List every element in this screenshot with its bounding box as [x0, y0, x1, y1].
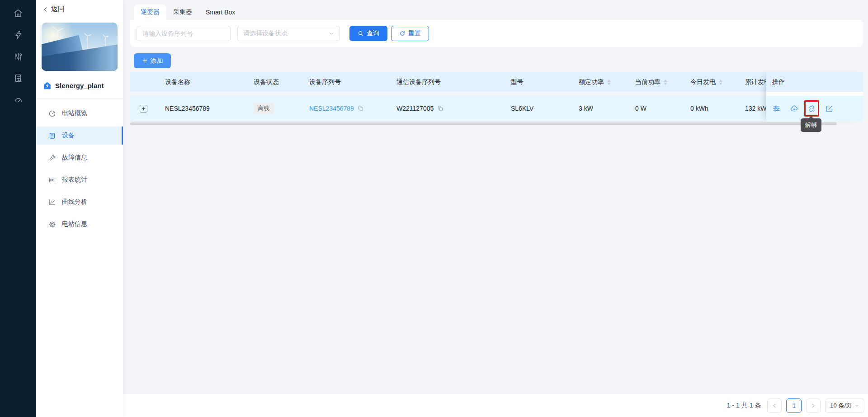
- unbind-tooltip: 解绑: [801, 118, 821, 132]
- cell-device-status: 离线: [254, 96, 274, 121]
- col-device-serial: 设备序列号: [309, 72, 341, 92]
- plus-icon: [142, 58, 148, 64]
- edit-icon[interactable]: [825, 104, 834, 113]
- add-button[interactable]: 添加: [134, 53, 171, 68]
- sidebar-item-report-stats[interactable]: 报表统计: [36, 171, 123, 189]
- col-rated-power: 额定功率: [579, 72, 611, 92]
- sort-icon[interactable]: [719, 80, 722, 85]
- back-button[interactable]: 返回: [42, 5, 65, 14]
- plant-sidebar: 返回 Slenergy_plant 电站概览 设备: [36, 0, 123, 417]
- tab-smart-box[interactable]: Smart Box: [199, 5, 242, 20]
- report-chart-icon: [48, 176, 56, 184]
- col-device-name: 设备名称: [165, 72, 190, 92]
- search-icon: [358, 30, 364, 37]
- device-type-tabs: 逆变器 采集器 Smart Box: [134, 5, 242, 20]
- page-size-value: 10 条/页: [830, 402, 852, 410]
- copy-icon[interactable]: [437, 105, 443, 112]
- dashboard-gauge-icon: [48, 110, 56, 117]
- query-label: 查询: [367, 29, 379, 37]
- horizontal-scrollbar[interactable]: [130, 122, 837, 125]
- sliders-vertical-icon[interactable]: [14, 52, 23, 61]
- cell-today-energy: 0 kWh: [690, 96, 708, 121]
- sidebar-item-label: 设备: [62, 131, 75, 140]
- sidebar-divider: [36, 98, 123, 98]
- prev-page-button[interactable]: [767, 398, 782, 413]
- plant-photo: [42, 23, 118, 71]
- device-list-icon: [48, 132, 56, 140]
- comm-serial-text: W221127005: [396, 105, 434, 112]
- tab-inverter[interactable]: 逆变器: [134, 5, 166, 20]
- sidebar-item-devices[interactable]: 设备: [36, 127, 123, 145]
- cell-current-power: 0 W: [635, 96, 646, 121]
- sidebar-item-plant-info[interactable]: 电站信息: [36, 215, 123, 233]
- col-comm-serial: 通信设备序列号: [396, 72, 441, 92]
- pagination-bar: 1 - 1 共 1 条 1 10 条/页: [36, 394, 868, 417]
- sidebar-menu: 电站概览 设备 故障信息 报表统计 曲线分析: [36, 104, 123, 233]
- status-select[interactable]: 请选择设备状态: [237, 26, 340, 41]
- col-label: 今日发电: [690, 78, 716, 86]
- sidebar-item-plant-overview[interactable]: 电站概览: [36, 104, 123, 122]
- col-model: 型号: [511, 72, 524, 92]
- col-device-status: 设备状态: [254, 72, 279, 92]
- gauge-icon[interactable]: [14, 95, 23, 105]
- energy-bolt-icon[interactable]: [14, 30, 23, 40]
- sidebar-item-label: 曲线分析: [62, 198, 87, 206]
- header-row-gap: [766, 92, 863, 96]
- chevron-down-icon: [854, 403, 859, 408]
- operations-fixed-column: 操作 解绑: [766, 72, 863, 122]
- sort-icon[interactable]: [607, 80, 611, 85]
- expand-row-button[interactable]: [140, 105, 147, 112]
- click-highlight-box: [804, 100, 819, 117]
- home-icon[interactable]: [13, 8, 23, 18]
- tab-label: 逆变器: [141, 8, 160, 16]
- tab-collector[interactable]: 采集器: [166, 5, 199, 20]
- tab-label: Smart Box: [206, 9, 235, 16]
- settings-sliders-icon[interactable]: [772, 104, 781, 113]
- expand-cell: [140, 96, 147, 121]
- sidebar-item-label: 报表统计: [62, 176, 87, 184]
- plant-name: Slenergy_plant: [55, 82, 104, 89]
- sort-icon[interactable]: [664, 80, 667, 85]
- table-header: 设备名称 设备状态 设备序列号 通信设备序列号 型号 额定功率 当前功率 今日发…: [130, 72, 863, 92]
- report-search-icon[interactable]: [14, 73, 23, 83]
- cell-rated-power: 3 kW: [579, 96, 593, 121]
- reset-button[interactable]: 重置: [391, 26, 429, 41]
- gear-icon: [48, 220, 56, 228]
- col-label: 当前功率: [635, 78, 660, 86]
- table-row[interactable]: NESL23456789 离线 NESL23456789 W221127005 …: [130, 96, 863, 122]
- sidebar-item-fault-info[interactable]: 故障信息: [36, 149, 123, 167]
- chevron-left-icon: [42, 6, 49, 13]
- sidebar-item-label: 电站概览: [62, 109, 87, 117]
- col-today-energy: 今日发电: [690, 72, 722, 92]
- wrench-icon: [48, 154, 56, 162]
- cell-model: SL6KLV: [511, 96, 533, 121]
- status-badge: 离线: [254, 103, 274, 114]
- col-label: 额定功率: [579, 78, 604, 86]
- cell-comm-serial: W221127005: [396, 96, 443, 121]
- reset-label: 重置: [408, 29, 421, 37]
- serial-link[interactable]: NESL23456789: [309, 105, 354, 112]
- plant-title-row: Slenergy_plant: [43, 81, 104, 90]
- plant-house-icon: [43, 81, 52, 90]
- filter-card: 请选择设备状态 查询 重置: [130, 20, 863, 47]
- operations-cell: [766, 96, 863, 122]
- back-label: 返回: [51, 5, 65, 14]
- add-label: 添加: [151, 57, 163, 65]
- app-rail: [0, 0, 36, 417]
- line-chart-icon: [48, 198, 56, 206]
- sidebar-item-curve-analysis[interactable]: 曲线分析: [36, 193, 123, 211]
- cloud-upload-icon[interactable]: [790, 104, 798, 113]
- tab-label: 采集器: [173, 8, 192, 16]
- sidebar-item-label: 电站信息: [62, 220, 87, 228]
- col-current-power: 当前功率: [635, 72, 667, 92]
- current-page-button[interactable]: 1: [786, 398, 802, 413]
- copy-icon[interactable]: [358, 105, 364, 112]
- next-page-button[interactable]: [806, 398, 821, 413]
- query-button[interactable]: 查询: [349, 26, 387, 41]
- page-size-select[interactable]: 10 条/页: [825, 398, 864, 413]
- chevron-down-icon: [329, 31, 334, 36]
- serial-search-input[interactable]: [137, 26, 231, 41]
- refresh-icon: [399, 30, 406, 37]
- pagination-total: 1 - 1 共 1 条: [727, 402, 761, 410]
- cell-device-serial: NESL23456789: [309, 96, 364, 121]
